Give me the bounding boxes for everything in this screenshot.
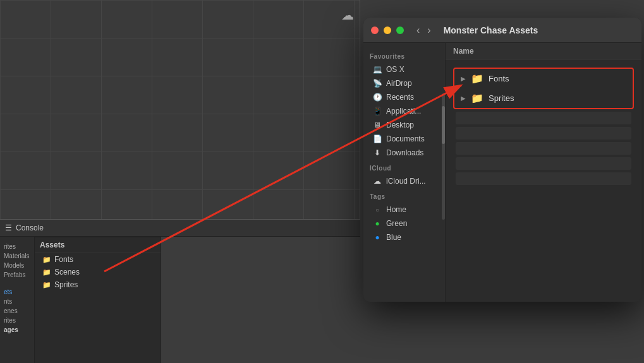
assets-header: Assets xyxy=(35,237,161,253)
console-label: Console xyxy=(16,223,44,232)
finder-items-area: ▶ 📁 Fonts ▶ 📁 Sprites xyxy=(446,60,641,193)
sidebar-item-icloud-label: iCloud Dri... xyxy=(386,177,426,186)
folder-icon-sprites: 📁 xyxy=(42,281,51,289)
finder-body: Favourites 💻 OS X 📡 AirDrop 🕐 Recents 📱 … xyxy=(363,43,641,302)
sidebar-item-nts[interactable]: nts xyxy=(0,297,34,306)
finder-window-title: Monster Chase Assets xyxy=(444,25,538,35)
finder-gray-row-4 xyxy=(456,157,631,170)
console-icon: ☰ xyxy=(5,223,12,232)
finder-folder-fonts-label: Fonts xyxy=(489,74,509,83)
recents-icon: 🕐 xyxy=(372,93,382,102)
sidebar-item-rites[interactable]: rites xyxy=(0,242,34,251)
finder-folder-fonts[interactable]: ▶ 📁 Fonts xyxy=(454,69,633,88)
sidebar-item-recents[interactable]: 🕐 Recents xyxy=(366,90,442,104)
sidebar-item-applications-label: Applicati... xyxy=(386,107,421,116)
folder-icon-fonts: 📁 xyxy=(42,256,51,264)
finder-gray-row-5 xyxy=(456,172,631,185)
sidebar-item-tag-blue-label: Blue xyxy=(386,233,401,242)
sidebar-item-downloads[interactable]: ⬇ Downloads xyxy=(366,146,442,160)
finder-window: ‹ › Monster Chase Assets Favourites 💻 OS… xyxy=(363,18,641,302)
sidebar-scrollbar-thumb xyxy=(442,106,445,144)
sidebar-item-osx-label: OS X xyxy=(386,65,404,74)
sidebar-item-tag-home-label: Home xyxy=(386,205,406,214)
sidebar-scrollbar[interactable] xyxy=(442,93,445,220)
sidebar-item-icloud[interactable]: ☁ iCloud Dri... xyxy=(366,174,442,188)
grid-area xyxy=(0,0,360,227)
chevron-sprites-icon: ▶ xyxy=(461,95,466,102)
assets-panel: Assets 📁 Fonts 📁 Scenes 📁 Sprites xyxy=(35,237,161,363)
airdrop-icon: 📡 xyxy=(372,79,382,88)
finder-folder-sprites-label: Sprites xyxy=(489,93,514,103)
finder-main: Name ▶ 📁 Fonts ▶ 📁 Sprites xyxy=(446,43,641,302)
folder-icon-scenes: 📁 xyxy=(42,268,51,277)
sidebar-item-tag-home[interactable]: ○ Home xyxy=(366,203,442,217)
minimize-button[interactable] xyxy=(384,27,391,34)
finder-gray-row-1 xyxy=(456,112,631,124)
folder-sprites-icon: 📁 xyxy=(471,92,483,104)
assets-item-fonts-label: Fonts xyxy=(54,255,73,264)
sidebar-item-osx[interactable]: 💻 OS X xyxy=(366,62,442,76)
icloud-label: iCloud xyxy=(363,160,445,174)
tag-green-icon: ● xyxy=(372,219,382,228)
osx-icon: 💻 xyxy=(372,65,382,74)
console-bar[interactable]: ☰ Console xyxy=(0,219,360,237)
desktop-icon: 🖥 xyxy=(372,121,382,129)
left-sidebar: rites Materials Models Prefabs ets nts e… xyxy=(0,237,35,363)
tag-home-icon: ○ xyxy=(372,206,382,213)
icloud-icon: ☁ xyxy=(372,177,382,186)
documents-icon: 📄 xyxy=(372,134,382,143)
sidebar-item-tag-green[interactable]: ● Green xyxy=(366,217,442,230)
folder-fonts-icon: 📁 xyxy=(471,73,483,85)
sidebar-item-rites2[interactable]: rites xyxy=(0,316,34,325)
finder-nav-buttons: ‹ › xyxy=(414,25,434,36)
sidebar-item-ets[interactable]: ets xyxy=(0,287,34,297)
applications-icon: 📱 xyxy=(372,107,382,116)
assets-item-sprites-label: Sprites xyxy=(54,280,78,289)
maximize-button[interactable] xyxy=(396,27,404,34)
finder-folder-sprites[interactable]: ▶ 📁 Sprites xyxy=(454,88,633,108)
sidebar-item-tag-green-label: Green xyxy=(386,219,407,228)
sidebar-item-recents-label: Recents xyxy=(386,93,414,102)
tag-blue-icon: ● xyxy=(372,233,382,242)
chevron-fonts-icon: ▶ xyxy=(461,75,466,82)
assets-item-fonts[interactable]: 📁 Fonts xyxy=(35,253,161,266)
forward-button[interactable]: › xyxy=(425,25,433,36)
finder-gray-row-2 xyxy=(456,127,631,140)
favourites-label: Favourites xyxy=(363,48,445,62)
cloud-icon: ☁ xyxy=(341,8,354,23)
sidebar-item-enes[interactable]: enes xyxy=(0,306,34,316)
tags-label: Tags xyxy=(363,188,445,203)
sidebar-item-desktop-label: Desktop xyxy=(386,121,414,129)
assets-item-scenes[interactable]: 📁 Scenes xyxy=(35,266,161,278)
sidebar-item-models[interactable]: Models xyxy=(0,261,34,270)
assets-item-sprites[interactable]: 📁 Sprites xyxy=(35,278,161,291)
sidebar-item-documents[interactable]: 📄 Documents xyxy=(366,132,442,146)
sidebar-item-ages[interactable]: ages xyxy=(0,325,34,335)
sidebar-item-downloads-label: Downloads xyxy=(386,148,423,157)
finder-sidebar: Favourites 💻 OS X 📡 AirDrop 🕐 Recents 📱 … xyxy=(363,43,446,302)
finder-column-name: Name xyxy=(446,43,641,60)
sidebar-item-materials[interactable]: Materials xyxy=(0,251,34,261)
finder-titlebar: ‹ › Monster Chase Assets xyxy=(363,18,641,43)
downloads-icon: ⬇ xyxy=(372,148,382,157)
sidebar-item-applications[interactable]: 📱 Applicati... xyxy=(366,104,442,118)
highlight-box: ▶ 📁 Fonts ▶ 📁 Sprites xyxy=(453,68,634,109)
finder-gray-row-3 xyxy=(456,142,631,155)
close-button[interactable] xyxy=(371,27,379,34)
sidebar-item-airdrop-label: AirDrop xyxy=(386,79,412,88)
sidebar-item-tag-blue[interactable]: ● Blue xyxy=(366,230,442,244)
sidebar-item-prefabs[interactable]: Prefabs xyxy=(0,270,34,280)
back-button[interactable]: ‹ xyxy=(414,25,422,36)
assets-item-scenes-label: Scenes xyxy=(54,268,80,277)
sidebar-item-airdrop[interactable]: 📡 AirDrop xyxy=(366,76,442,90)
sidebar-item-documents-label: Documents xyxy=(386,134,425,143)
sidebar-item-desktop[interactable]: 🖥 Desktop xyxy=(366,118,442,132)
